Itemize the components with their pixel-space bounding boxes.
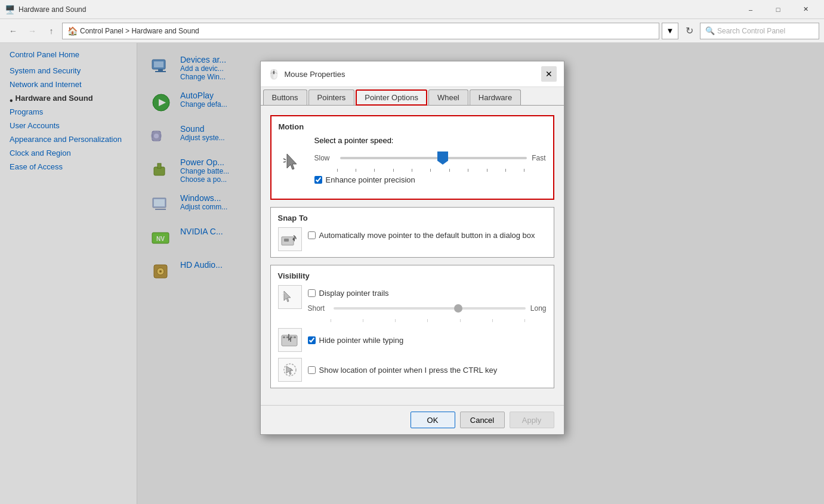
show-location-row: Show location of pointer when I press th… [278, 358, 547, 382]
tab-pointers[interactable]: Pointers [308, 89, 355, 105]
forward-button[interactable]: → [24, 23, 41, 39]
motion-title: Motion [279, 122, 546, 131]
tab-wheel[interactable]: Wheel [428, 89, 468, 105]
tick-2 [356, 169, 356, 172]
speed-slider-container[interactable] [340, 150, 527, 166]
hide-typing-checkbox[interactable] [308, 336, 316, 344]
fast-label: Fast [532, 154, 545, 162]
visibility-section: Visibility Display p [270, 265, 554, 388]
address-path: Control Panel > Hardware and Sound [80, 27, 199, 35]
speed-label: Select a pointer speed: [314, 136, 546, 145]
trails-slider-thumb [454, 304, 462, 313]
tick-9 [487, 169, 487, 172]
trail-tick-2 [363, 319, 363, 322]
snap-to-content: Automatically move pointer to the defaul… [278, 227, 547, 251]
snap-to-section: Snap To Automatically move pointer to th… [270, 207, 554, 258]
svg-line-20 [283, 162, 286, 162]
dialog-close-button[interactable]: ✕ [541, 66, 557, 82]
window-controls: – □ ✕ [737, 0, 819, 19]
show-location-checkbox-row: Show location of pointer when I press th… [308, 366, 547, 375]
tab-buttons[interactable]: Buttons [263, 89, 307, 105]
back-button[interactable]: ← [5, 23, 21, 39]
refresh-button[interactable]: ↻ [681, 23, 698, 39]
motion-icon [279, 148, 307, 177]
trails-checkbox-row: Display pointer trails [308, 289, 547, 298]
trail-tick-1 [331, 319, 331, 322]
svg-line-19 [283, 159, 286, 160]
hide-typing-label[interactable]: Hide pointer while typing [319, 336, 404, 345]
trail-tick-5 [460, 319, 461, 322]
title-bar: 🖥️ Hardware and Sound – □ ✕ [0, 0, 824, 19]
ok-button[interactable]: OK [411, 412, 455, 428]
hide-typing-icon [278, 328, 302, 352]
dialog-footer: OK Cancel Apply [261, 405, 564, 434]
tick-3 [374, 169, 375, 172]
enhance-precision-row: Enhance pointer precision [314, 175, 546, 184]
show-location-label[interactable]: Show location of pointer when I press th… [319, 366, 498, 375]
hide-typing-row: Hide pointer while typing [278, 328, 547, 352]
speed-slider-thumb[interactable] [437, 151, 448, 165]
trails-slider-track [334, 307, 526, 310]
dialog-title-bar: 🖱️ Mouse Properties ✕ [261, 61, 564, 87]
trail-tick-7 [524, 319, 525, 322]
search-icon: 🔍 [705, 26, 715, 35]
enhance-precision-checkbox[interactable] [314, 176, 322, 184]
dialog-tabs: Buttons Pointers Pointer Options Wheel H… [261, 87, 564, 106]
svg-rect-22 [284, 239, 289, 242]
snap-to-title: Snap To [278, 214, 547, 222]
trails-ticks [308, 319, 547, 322]
tick-5 [412, 169, 412, 172]
svg-rect-24 [283, 336, 285, 338]
maximize-button[interactable]: □ [764, 0, 792, 19]
address-dropdown-button[interactable]: ▼ [662, 23, 678, 39]
search-box[interactable]: 🔍 Search Control Panel [700, 23, 819, 39]
tick-8 [468, 169, 468, 172]
tick-7 [449, 169, 450, 172]
speed-controls: Select a pointer speed: Slow Fast [314, 136, 546, 188]
trail-tick-6 [492, 319, 493, 322]
trails-slider-row: Short Long [308, 301, 547, 316]
window-title: Hardware and Sound [18, 5, 737, 14]
snap-to-checkbox[interactable] [308, 231, 316, 239]
hide-typing-checkbox-row: Hide pointer while typing [308, 336, 547, 345]
svg-rect-27 [294, 336, 296, 338]
trails-controls: Display pointer trails Short Long [308, 285, 547, 322]
trail-tick-3 [395, 319, 396, 322]
speed-row: Select a pointer speed: Slow Fast [279, 136, 546, 188]
address-field[interactable]: 🏠 Control Panel > Hardware and Sound [62, 23, 659, 39]
tick-1 [337, 169, 338, 172]
speed-slider-row: Slow Fast [314, 150, 546, 166]
show-location-icon [278, 358, 302, 382]
motion-section: Motion Select a pointer speed: Slow [270, 115, 554, 200]
search-placeholder: Search Control Panel [717, 27, 785, 35]
dialog-title: Mouse Properties [285, 70, 541, 79]
trails-label[interactable]: Display pointer trails [319, 289, 389, 298]
cancel-button[interactable]: Cancel [460, 412, 505, 428]
trails-row: Display pointer trails Short Long [278, 285, 547, 322]
snap-to-checkbox-row: Automatically move pointer to the defaul… [308, 231, 547, 240]
address-bar: ← → ↑ 🏠 Control Panel > Hardware and Sou… [0, 19, 824, 43]
tab-hardware[interactable]: Hardware [470, 89, 521, 105]
trails-slider-container[interactable] [334, 301, 526, 316]
app-icon: 🖥️ [5, 5, 15, 14]
tab-pointer-options[interactable]: Pointer Options [356, 89, 427, 106]
tick-6 [430, 169, 431, 172]
show-location-checkbox[interactable] [308, 366, 316, 374]
tick-10 [505, 169, 506, 172]
mouse-properties-dialog: 🖱️ Mouse Properties ✕ Buttons Pointers P… [260, 61, 564, 435]
short-label: Short [308, 304, 329, 313]
minimize-button[interactable]: – [737, 0, 764, 19]
trail-tick-4 [427, 319, 428, 322]
enhance-precision-label[interactable]: Enhance pointer precision [326, 175, 415, 184]
tick-4 [393, 169, 394, 172]
snap-to-label[interactable]: Automatically move pointer to the defaul… [319, 231, 535, 240]
home-icon: 🏠 [67, 26, 78, 36]
trails-icon [278, 285, 302, 309]
trails-checkbox[interactable] [308, 289, 316, 297]
apply-button[interactable]: Apply [510, 412, 554, 428]
window-close-button[interactable]: ✕ [792, 0, 819, 19]
up-button[interactable]: ↑ [43, 23, 60, 39]
tick-11 [524, 169, 524, 172]
long-label: Long [530, 304, 547, 313]
dialog-title-icon: 🖱️ [268, 69, 280, 80]
